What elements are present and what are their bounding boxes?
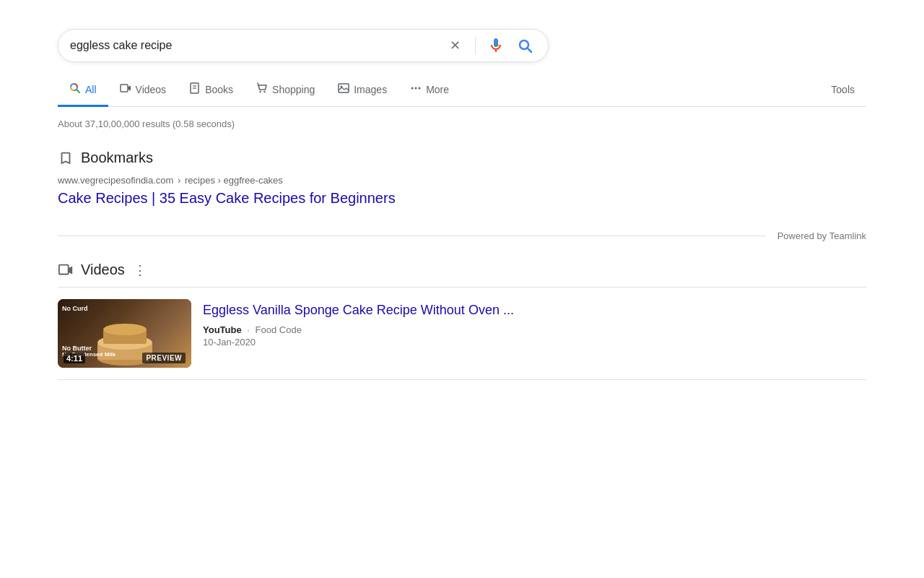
search-icons: ✕	[447, 34, 536, 57]
video-date: 10-Jan-2020	[203, 337, 866, 348]
video-meta: YouTube · Food Code 10-Jan-2020	[203, 324, 866, 348]
videos-menu-icon[interactable]: ⋮	[134, 262, 147, 278]
video-info: Eggless Vanilla Sponge Cake Recipe Witho…	[203, 299, 866, 368]
more-dots-icon	[410, 82, 422, 96]
bookmarks-section: Bookmarks www.vegrecipesofindia.com › re…	[58, 150, 866, 207]
tab-tools[interactable]: Tools	[819, 75, 866, 106]
nav-tabs: All Videos Books	[58, 74, 866, 107]
powered-by-container: Powered by Teamlink	[58, 225, 866, 241]
tab-books[interactable]: Books	[178, 74, 245, 107]
tab-more-label: More	[426, 84, 449, 95]
videos-section: Videos ⋮	[58, 262, 866, 380]
svg-rect-7	[339, 84, 349, 92]
svg-point-11	[419, 87, 421, 90]
svg-rect-1	[121, 85, 128, 92]
images-icon	[338, 82, 349, 96]
tab-shopping[interactable]: Shopping	[245, 74, 326, 107]
video-source: YouTube	[203, 324, 242, 335]
tab-books-label: Books	[205, 84, 233, 95]
videos-header: Videos ⋮	[58, 262, 866, 288]
tab-all[interactable]: All	[58, 74, 108, 107]
result-link[interactable]: Cake Recipes | 35 Easy Cake Recipes for …	[58, 190, 396, 206]
svg-rect-12	[59, 264, 69, 274]
mic-button[interactable]	[487, 37, 505, 54]
videos-title: Videos	[81, 262, 125, 278]
video-duration: 4:11	[64, 353, 85, 363]
bookmarks-header: Bookmarks	[58, 150, 866, 166]
bookmark-icon	[58, 150, 74, 166]
tab-all-label: All	[85, 84, 97, 95]
breadcrumb-arrow: ›	[178, 175, 180, 186]
video-card: 4:11 PREVIEW No Curd No Butter No Conden…	[58, 299, 866, 380]
svg-point-17	[103, 324, 147, 335]
thumb-label-no-curd: No Curd	[62, 305, 88, 312]
svg-point-6	[263, 91, 265, 92]
search-input[interactable]	[70, 39, 447, 52]
search-bar-container: ✕	[58, 29, 866, 62]
result-url: www.vegrecipesofindia.com › recipes › eg…	[58, 175, 866, 186]
tab-videos[interactable]: Videos	[108, 74, 178, 107]
search-submit-button[interactable]	[513, 34, 536, 57]
video-icon	[120, 82, 131, 96]
video-title-link[interactable]: Eggless Vanilla Sponge Cake Recipe Witho…	[203, 302, 866, 319]
tab-images-label: Images	[354, 84, 387, 95]
clear-icon[interactable]: ✕	[447, 35, 463, 56]
svg-point-10	[415, 87, 417, 90]
all-search-icon	[69, 82, 81, 96]
shopping-icon	[256, 82, 268, 96]
book-icon	[189, 82, 201, 96]
tools-label: Tools	[831, 84, 855, 95]
result-breadcrumb: recipes › eggfree-cakes	[185, 175, 283, 186]
video-channel: Food Code	[256, 324, 302, 335]
powered-by-text: Powered by Teamlink	[777, 230, 866, 241]
videos-section-icon	[58, 262, 74, 278]
results-count: About 37,10,00,000 results (0.58 seconds…	[58, 107, 866, 135]
bookmarks-title: Bookmarks	[81, 150, 153, 166]
tab-shopping-label: Shopping	[272, 84, 315, 95]
preview-badge: PREVIEW	[142, 353, 186, 363]
powered-by-line	[58, 236, 766, 236]
result-domain: www.vegrecipesofindia.com	[58, 175, 173, 186]
video-thumbnail[interactable]: 4:11 PREVIEW No Curd No Butter No Conden…	[58, 299, 191, 368]
svg-point-9	[411, 87, 414, 90]
video-separator: ·	[247, 324, 252, 335]
tab-more[interactable]: More	[398, 74, 461, 107]
search-divider	[475, 37, 476, 54]
search-bar: ✕	[58, 29, 549, 62]
svg-point-5	[259, 91, 261, 92]
tab-videos-label: Videos	[136, 84, 167, 95]
tab-images[interactable]: Images	[326, 74, 398, 107]
